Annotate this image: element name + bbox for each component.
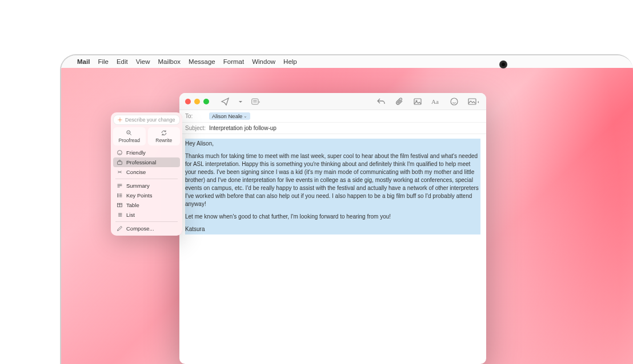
separator	[115, 179, 178, 179]
to-field-row[interactable]: To: Alison Neale	[179, 110, 486, 123]
smile-icon	[117, 149, 123, 156]
writing-tools-panel: Describe your change Proofread Rewrite	[111, 112, 182, 236]
subject-text: Interpretation job follow-up	[209, 125, 277, 131]
body-signature: Katsura	[185, 225, 480, 233]
transform-list-label: List	[126, 212, 135, 218]
tone-concise[interactable]: Concise	[113, 167, 180, 177]
laptop-screen: Mail File Edit View Mailbox Message Form…	[60, 54, 633, 364]
svg-rect-8	[252, 99, 258, 104]
compose-label: Compose...	[126, 225, 154, 232]
menu-view[interactable]: View	[136, 58, 150, 65]
emoji-button[interactable]	[450, 97, 459, 106]
mail-headers: To: Alison Neale Subject: Interpretation…	[179, 110, 486, 134]
transform-table[interactable]: Table	[113, 200, 180, 210]
rewrite-label: Rewrite	[155, 137, 172, 143]
transform-list[interactable]: List	[113, 210, 180, 220]
header-options-dropdown[interactable]	[238, 97, 243, 106]
media-dropdown-button[interactable]	[468, 97, 480, 106]
subject-field-row[interactable]: Subject: Interpretation job follow-up	[179, 123, 486, 134]
svg-point-5	[118, 195, 118, 196]
transform-summary[interactable]: Summary	[113, 181, 180, 191]
list-icon	[117, 212, 123, 218]
sparkle-icon	[117, 117, 123, 123]
svg-rect-9	[414, 99, 421, 104]
menu-edit[interactable]: Edit	[117, 58, 128, 65]
table-icon	[117, 202, 123, 208]
rewrite-icon	[161, 130, 167, 136]
summary-icon	[117, 183, 123, 189]
menu-window[interactable]: Window	[252, 58, 275, 65]
svg-rect-13	[468, 99, 476, 104]
mail-compose-window: Aa To: Alison Neale	[179, 93, 486, 364]
proofread-label: Proofread	[119, 137, 140, 143]
separator	[115, 221, 178, 222]
svg-point-12	[451, 98, 458, 105]
to-label: To:	[185, 113, 209, 119]
body-greeting: Hey Alison,	[185, 140, 480, 148]
menu-mailbox[interactable]: Mailbox	[158, 58, 181, 65]
svg-rect-3	[118, 161, 122, 165]
maximize-button[interactable]	[203, 99, 209, 104]
subject-label: Subject:	[185, 125, 209, 131]
desktop-wallpaper: Describe your change Proofread Rewrite	[61, 68, 633, 364]
transform-summary-label: Summary	[126, 183, 150, 189]
app-menu-mail[interactable]: Mail	[77, 58, 90, 65]
svg-point-2	[118, 151, 122, 155]
tone-concise-label: Concise	[126, 169, 146, 175]
tone-professional-label: Professional	[126, 159, 156, 165]
tone-friendly[interactable]: Friendly	[113, 148, 180, 157]
describe-change-placeholder: Describe your change	[125, 117, 175, 123]
compose-item[interactable]: Compose...	[113, 224, 180, 233]
rewrite-button[interactable]: Rewrite	[148, 127, 181, 145]
tone-professional[interactable]: Professional	[113, 157, 180, 167]
send-button[interactable]	[221, 97, 230, 106]
mail-body[interactable]: Hey Alison, Thanks much for taking time …	[179, 134, 486, 364]
magnify-check-icon	[126, 130, 133, 136]
recipient-pill[interactable]: Alison Neale	[209, 112, 250, 120]
compose-toolbar: Aa	[179, 93, 486, 110]
laptop-camera	[499, 60, 507, 68]
list-header-button[interactable]	[251, 97, 261, 106]
close-button[interactable]	[185, 99, 191, 104]
minimize-button[interactable]	[194, 99, 200, 104]
attach-button[interactable]	[395, 97, 404, 106]
reply-button[interactable]	[376, 97, 386, 106]
proofread-button[interactable]: Proofread	[113, 127, 146, 145]
menubar: Mail File Edit View Mailbox Message Form…	[61, 55, 633, 68]
keypoints-icon	[117, 192, 123, 199]
menu-format[interactable]: Format	[223, 58, 244, 65]
describe-change-input[interactable]: Describe your change	[113, 115, 180, 125]
menu-help[interactable]: Help	[283, 58, 297, 65]
photo-button[interactable]	[413, 97, 422, 106]
compress-icon	[117, 169, 123, 175]
window-controls	[185, 99, 209, 104]
selected-text: Hey Alison, Thanks much for taking time …	[185, 139, 480, 234]
menu-message[interactable]: Message	[189, 58, 215, 65]
svg-point-6	[118, 196, 118, 197]
transform-table-label: Table	[126, 202, 139, 208]
svg-point-4	[118, 194, 118, 195]
tone-friendly-label: Friendly	[126, 149, 146, 156]
svg-text:Aa: Aa	[431, 98, 439, 105]
transform-keypoints[interactable]: Key Points	[113, 191, 180, 200]
recipient-name: Alison Neale	[212, 113, 242, 119]
menu-file[interactable]: File	[98, 58, 109, 65]
svg-point-0	[119, 119, 121, 120]
format-button[interactable]: Aa	[431, 97, 440, 106]
body-para1: Thanks much for taking time to meet with…	[185, 152, 480, 208]
briefcase-icon	[117, 159, 123, 165]
body-para2: Let me know when's good to chat further,…	[185, 213, 480, 221]
transform-keypoints-label: Key Points	[126, 192, 152, 199]
pencil-icon	[117, 225, 123, 232]
